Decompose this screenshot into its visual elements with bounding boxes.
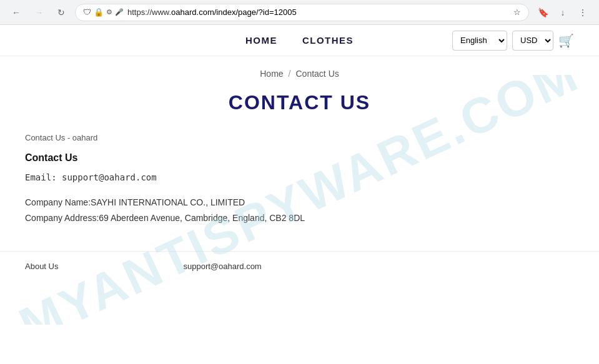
main-content: CONTACT US Contact Us - oahard Contact U… <box>0 85 599 251</box>
page-title: CONTACT US <box>25 91 574 114</box>
cart-icon: 🛒 <box>558 33 574 48</box>
site-footer: About Us support@oahard.com <box>0 251 599 283</box>
browser-chrome: ← → ↻ 🛡 🔒 ⚙ 🎤 https://www.oahard.com/ind… <box>0 0 599 25</box>
email-line: Email: support@oahard.com <box>25 172 574 182</box>
extra-icon2: 🎤 <box>115 8 124 16</box>
company-name: Company Name:SAYHI INTERNATIONAL CO., LI… <box>25 195 574 210</box>
lock-icon: 🔒 <box>94 7 104 17</box>
header-controls: English Français Deutsch USD EUR GBP 🛒 <box>452 31 574 51</box>
footer-about-link[interactable]: About Us <box>25 262 58 271</box>
breadcrumb-current: Contact Us <box>296 69 339 79</box>
site-wrapper: HOME CLOTHES English Français Deutsch US… <box>0 25 599 364</box>
more-btn[interactable]: ⋮ <box>574 4 592 21</box>
site-header: HOME CLOTHES English Français Deutsch US… <box>0 25 599 56</box>
footer-col-1: About Us <box>25 262 58 273</box>
url-text: https://www.oahard.com/index/page/?id=12… <box>127 7 510 17</box>
currency-select[interactable]: USD EUR GBP <box>512 31 553 51</box>
security-icons: 🛡 🔒 ⚙ 🎤 <box>83 7 124 17</box>
breadcrumb-separator: / <box>289 69 291 79</box>
language-select[interactable]: English Français Deutsch <box>452 31 507 51</box>
tab-title: Contact Us - oahard <box>25 133 574 142</box>
extra-icon: ⚙ <box>106 8 112 16</box>
nav-clothes[interactable]: CLOTHES <box>302 35 354 46</box>
cart-button[interactable]: 🛒 <box>558 33 574 48</box>
bookmark-btn[interactable]: 🔖 <box>534 4 552 21</box>
forward-button[interactable]: → <box>30 4 47 21</box>
breadcrumb: Home / Contact Us <box>0 56 599 85</box>
reload-button[interactable]: ↻ <box>52 4 70 21</box>
url-bar[interactable]: 🛡 🔒 ⚙ 🎤 https://www.oahard.com/index/pag… <box>75 4 529 21</box>
footer-email-link[interactable]: support@oahard.com <box>183 262 261 271</box>
browser-actions: 🔖 ↓ ⋮ <box>534 4 592 21</box>
bookmark-icon: ☆ <box>513 7 521 17</box>
shield-icon: 🛡 <box>83 7 91 17</box>
download-btn[interactable]: ↓ <box>554 4 572 21</box>
site-nav: HOME CLOTHES <box>245 35 354 46</box>
back-button[interactable]: ← <box>7 4 25 21</box>
section-heading: Contact Us <box>25 152 574 164</box>
company-info: Company Name:SAYHI INTERNATIONAL CO., LI… <box>25 195 574 226</box>
footer-col-2: support@oahard.com <box>183 262 261 273</box>
company-address: Company Address:69 Aberdeen Avenue, Camb… <box>25 210 574 226</box>
nav-home[interactable]: HOME <box>245 35 277 46</box>
breadcrumb-home[interactable]: Home <box>260 69 283 79</box>
